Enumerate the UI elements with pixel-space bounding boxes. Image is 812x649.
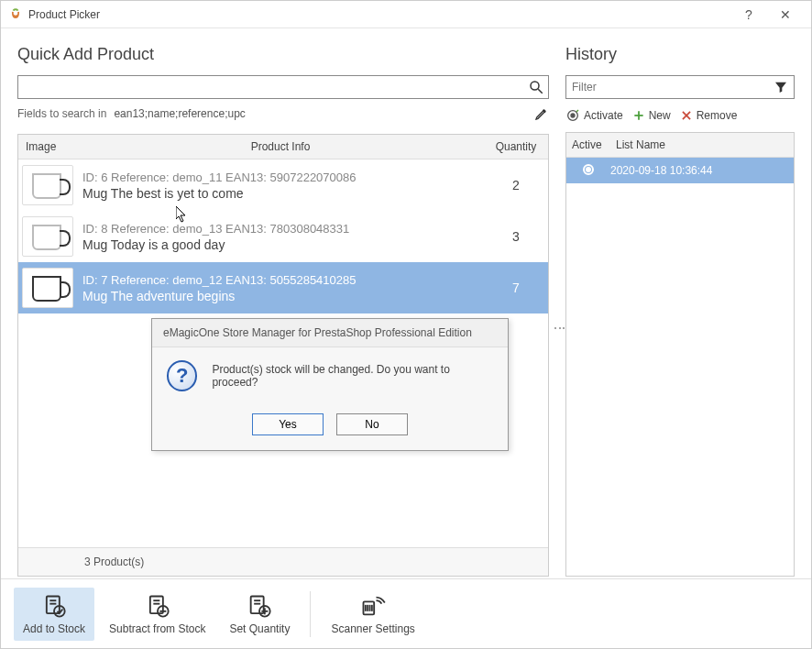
subtract-from-stock-button[interactable]: Subtract from Stock [100, 588, 214, 641]
col-info[interactable]: Product Info [77, 135, 484, 159]
separator [310, 591, 311, 637]
help-button[interactable]: ? [730, 7, 767, 22]
svg-rect-8 [47, 596, 60, 613]
product-thumb [22, 216, 73, 257]
hcol-name[interactable]: List Name [610, 133, 794, 157]
filter-box[interactable] [565, 75, 795, 99]
product-name: Mug Today is a good day [82, 237, 478, 252]
plus-icon [632, 109, 645, 122]
set-qty-icon [247, 593, 272, 619]
close-button[interactable]: ✕ [767, 7, 804, 22]
dialog-message: Product(s) stock will be changed. Do you… [212, 363, 493, 389]
product-name: Mug The best is yet to come [82, 186, 478, 201]
scanner-settings-button[interactable]: Scanner Settings [322, 588, 423, 641]
product-thumb [22, 268, 73, 308]
fields-label: Fields to search in [17, 107, 106, 120]
active-radio[interactable] [566, 164, 610, 178]
svg-line-1 [538, 89, 543, 94]
history-row[interactable]: 2020-09-18 10:36:44 [566, 158, 794, 183]
app-icon [8, 7, 23, 22]
fields-value: ean13;name;reference;upc [114, 107, 245, 120]
history-name: 2020-09-18 10:36:44 [610, 164, 712, 177]
activate-icon [565, 108, 580, 123]
col-qty[interactable]: Quantity [484, 135, 548, 159]
no-button[interactable]: No [336, 413, 408, 435]
quick-add-heading: Quick Add Product [17, 45, 549, 64]
confirm-dialog: eMagicOne Store Manager for PrestaShop P… [151, 318, 509, 451]
window-title: Product Picker [28, 8, 730, 21]
table-row[interactable]: ID: 7 Reference: demo_12 EAN13: 50552854… [18, 262, 548, 314]
svg-point-0 [531, 82, 539, 90]
subtract-stock-icon [145, 593, 170, 619]
search-box[interactable] [17, 75, 549, 99]
search-input[interactable] [22, 81, 528, 94]
bottom-toolbar: Add to Stock Subtract from Stock Set Qua… [1, 578, 811, 648]
search-icon[interactable] [528, 79, 544, 95]
activate-button[interactable]: Activate [565, 108, 623, 123]
x-icon [680, 109, 693, 122]
filter-input[interactable] [572, 81, 774, 94]
product-qty: 3 [484, 229, 548, 244]
remove-button[interactable]: Remove [680, 109, 738, 122]
question-icon: ? [167, 360, 197, 391]
filter-icon[interactable] [774, 80, 788, 94]
svg-point-3 [571, 114, 575, 117]
product-meta: ID: 8 Reference: demo_13 EAN13: 78030804… [82, 222, 478, 236]
scanner-icon [360, 593, 386, 619]
new-button[interactable]: New [632, 109, 671, 122]
pencil-icon[interactable] [534, 106, 549, 121]
product-qty: 2 [484, 178, 548, 192]
dialog-title: eMagicOne Store Manager for PrestaShop P… [152, 319, 508, 347]
add-stock-icon [41, 593, 67, 619]
title-bar: Product Picker ? ✕ [1, 1, 811, 28]
product-meta: ID: 6 Reference: demo_11 EAN13: 59072220… [82, 170, 478, 184]
add-to-stock-button[interactable]: Add to Stock [14, 588, 94, 641]
product-qty: 7 [484, 280, 548, 295]
hcol-active[interactable]: Active [566, 133, 610, 157]
product-meta: ID: 7 Reference: demo_12 EAN13: 50552854… [82, 273, 478, 287]
history-heading: History [565, 45, 795, 64]
history-grid: Active List Name 2020-09-18 10:36:44 [565, 132, 795, 577]
overflow-icon[interactable]: ⋮ [553, 322, 567, 336]
grid-footer: 3 Product(s) [18, 547, 548, 576]
set-quantity-button[interactable]: Set Quantity [220, 588, 299, 641]
col-image[interactable]: Image [18, 135, 77, 159]
table-row[interactable]: ID: 6 Reference: demo_11 EAN13: 59072220… [18, 160, 548, 211]
table-row[interactable]: ID: 8 Reference: demo_13 EAN13: 78030804… [18, 211, 548, 262]
yes-button[interactable]: Yes [252, 413, 324, 435]
product-name: Mug The adventure begins [82, 289, 478, 303]
product-thumb [22, 165, 73, 205]
